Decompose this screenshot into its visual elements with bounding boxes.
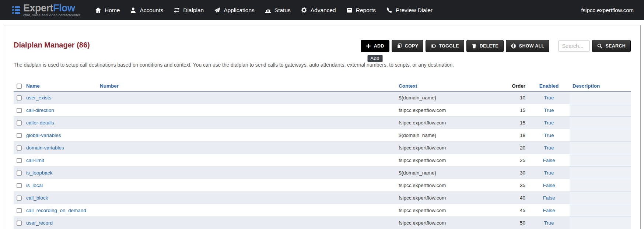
row-checkbox[interactable] (17, 208, 22, 213)
table-row: global-variables ${domain_name} 18 True (14, 129, 631, 142)
plus-icon (366, 43, 371, 49)
row-checkbox[interactable] (17, 195, 22, 201)
number-cell (97, 104, 396, 117)
row-checkbox-cell (14, 192, 23, 204)
number-cell (97, 179, 396, 192)
dialplan-name-link[interactable]: call-direction (26, 108, 54, 113)
table-row: call_recording_on_demand fsipcc.expertfl… (14, 204, 631, 217)
enabled-link[interactable]: True (544, 120, 554, 126)
name-cell: call-direction (23, 104, 97, 117)
nav-item-status[interactable]: Status (265, 7, 291, 14)
dialplan-table-body: user_exists ${domain_name} 10 True call-… (14, 92, 631, 229)
row-checkbox[interactable] (17, 170, 22, 176)
enabled-cell: True (528, 117, 570, 129)
order-cell: 30 (505, 167, 528, 179)
add-tooltip: Add (367, 55, 382, 62)
row-checkbox-cell (14, 217, 23, 229)
reports-book-icon (346, 7, 353, 13)
enabled-cell: False (528, 192, 570, 204)
row-checkbox[interactable] (17, 183, 22, 188)
row-checkbox-cell (14, 142, 23, 154)
dialplan-name-link[interactable]: user_exists (26, 95, 51, 101)
context-cell: fsipcc.expertflow.com (396, 154, 505, 167)
enabled-cell: True (528, 167, 570, 179)
description-cell (570, 129, 631, 142)
row-checkbox[interactable] (17, 108, 22, 113)
row-checkbox[interactable] (17, 221, 22, 226)
dialplan-name-link[interactable]: global-variables (26, 133, 61, 138)
table-row: is_loopback ${domain_name} 30 True (14, 167, 631, 179)
content-card: Dialplan Manager (86) ADD Add COPY TOGGL… (4, 25, 641, 229)
description-cell (570, 92, 631, 104)
row-checkbox[interactable] (17, 133, 22, 138)
number-cell (97, 154, 396, 167)
dialplan-name-link[interactable]: is_loopback (26, 170, 52, 176)
context-cell: ${domain_name} (396, 167, 505, 179)
context-cell: ${domain_name} (396, 92, 505, 104)
select-all-checkbox[interactable] (17, 84, 22, 89)
order-cell: 45 (505, 204, 528, 217)
enabled-link[interactable]: False (543, 208, 555, 213)
copy-button[interactable]: COPY (392, 40, 424, 52)
enabled-link[interactable]: True (544, 170, 554, 176)
number-cell (97, 129, 396, 142)
dialplan-name-link[interactable]: user_record (26, 220, 53, 226)
row-checkbox[interactable] (17, 120, 22, 126)
enabled-link[interactable]: True (544, 133, 554, 138)
expertflow-logo[interactable]: ExpertFlow chat, voice and video contact… (12, 3, 80, 17)
dialplan-name-link[interactable]: domain-variables (26, 145, 64, 151)
enabled-link[interactable]: False (543, 158, 555, 163)
dialplan-swap-arrows-icon (174, 7, 180, 13)
trash-icon (472, 43, 477, 49)
delete-button[interactable]: DELETE (466, 40, 504, 52)
table-row: call-limit fsipcc.expertflow.com 25 Fals… (14, 154, 631, 167)
order-cell: 40 (505, 192, 528, 204)
enabled-link[interactable]: True (544, 220, 554, 226)
toggle-button[interactable]: TOGGLE (426, 40, 464, 52)
enabled-cell: False (528, 204, 570, 217)
show-all-button[interactable]: SHOW ALL (506, 40, 550, 52)
nav-item-home[interactable]: Home (95, 7, 120, 14)
nav-item-dialplan[interactable]: Dialplan (174, 7, 204, 14)
nav-item-advanced[interactable]: Advanced (301, 7, 336, 14)
header-number: Number (97, 81, 396, 92)
brand-tagline: chat, voice and video contactcenter (23, 13, 80, 17)
dialplan-name-link[interactable]: call_block (26, 195, 48, 201)
order-cell: 50 (505, 217, 528, 229)
name-cell: call-limit (23, 154, 97, 167)
enabled-cell: True (528, 142, 570, 154)
context-cell: fsipcc.expertflow.com (396, 104, 505, 117)
enabled-link[interactable]: True (544, 95, 554, 101)
row-checkbox[interactable] (17, 158, 22, 163)
enabled-link[interactable]: True (544, 145, 554, 151)
dialplan-name-link[interactable]: caller-details (26, 120, 54, 126)
name-cell: is_local (23, 179, 97, 192)
enabled-link[interactable]: False (543, 195, 555, 201)
search-input[interactable] (558, 40, 590, 52)
brand-name: ExpertFlow (23, 3, 80, 13)
dialplan-name-link[interactable]: call_recording_on_demand (26, 208, 86, 213)
nav-item-applications[interactable]: Applications (214, 7, 255, 14)
nav-item-preview-dialer[interactable]: Preview Dialer (386, 7, 433, 14)
nav-item-reports[interactable]: Reports (346, 7, 376, 14)
dialplan-table: Name Number Context Order Enabled Descri… (14, 81, 631, 229)
row-checkbox[interactable] (17, 145, 22, 151)
table-row: user_record fsipcc.expertflow.com 50 Tru… (14, 217, 631, 229)
nav-item-accounts[interactable]: Accounts (130, 7, 163, 14)
search-button[interactable]: SEARCH (592, 40, 631, 52)
enabled-link[interactable]: True (544, 108, 554, 113)
table-header-row: Name Number Context Order Enabled Descri… (14, 81, 631, 92)
header-description: Description (570, 81, 631, 92)
dialplan-name-link[interactable]: call-limit (26, 158, 44, 163)
dialplan-name-link[interactable]: is_local (26, 183, 43, 188)
page-title: Dialplan Manager (86) (14, 41, 90, 49)
enabled-link[interactable]: False (543, 183, 555, 188)
row-checkbox[interactable] (17, 95, 22, 101)
add-button[interactable]: ADD Add (361, 40, 389, 52)
top-navbar: ExpertFlow chat, voice and video contact… (0, 0, 644, 20)
current-domain[interactable]: fsipcc.expertflow.com (581, 7, 634, 13)
description-cell (570, 154, 631, 167)
order-cell: 20 (505, 142, 528, 154)
table-row: domain-variables fsipcc.expertflow.com 2… (14, 142, 631, 154)
header-order: Order (505, 81, 528, 92)
